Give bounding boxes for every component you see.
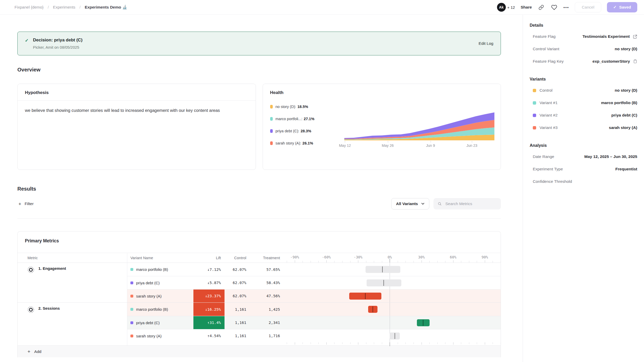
ci-axis-tick [501, 261, 501, 263]
table-header-row: Metric Variant Name Lift Control Treatme… [18, 253, 501, 263]
analysis-value: Frequentist [615, 167, 637, 171]
table-row[interactable]: marco portfolio (B)↓16.25%1,1611,425 [127, 303, 501, 316]
ci-axis-label: 60% [450, 255, 456, 259]
search-metrics-box[interactable] [433, 198, 501, 209]
hypothesis-text: we believe that showing customer stories… [18, 101, 256, 120]
avatar[interactable]: Ak [497, 3, 506, 12]
ci-axis-tick [493, 261, 493, 263]
x-axis-tick [388, 141, 388, 143]
bottom-axis-spacer [18, 342, 127, 345]
ci-mid-tick [395, 333, 395, 339]
control-value: 62.07% [225, 276, 250, 289]
detail-value-text: exp_customerStory [592, 59, 630, 64]
ci-axis-tick [303, 342, 303, 344]
ci-axis-tick [350, 261, 351, 263]
top-bar: Fixpanel {demo} / Experiments / Experime… [0, 0, 644, 15]
ci-axis-tick [469, 261, 469, 263]
add-metric-button[interactable]: + Add [18, 345, 501, 357]
ci-axis-header: -90%-60%-30%0%30%60%90% [284, 253, 501, 263]
variant-left: Variant #1 [533, 100, 558, 105]
ci-axis-tick [453, 260, 453, 263]
treatment-value: 2,341 [250, 316, 284, 329]
variant-color-swatch [533, 101, 536, 105]
breadcrumb-separator: / [48, 5, 49, 10]
favorite-heart-icon[interactable] [550, 4, 558, 11]
metric-label: 2. Sessions [38, 306, 60, 310]
pm-body: 1. Engagementmarco portfolio (B)↓7.12%62… [18, 263, 501, 342]
ci-axis-tick [485, 260, 485, 263]
variant-color-swatch [130, 335, 133, 337]
treatment-value: 58.43% [250, 276, 284, 289]
collaborators[interactable]: Ak + 12 [497, 3, 515, 12]
ci-zero-line [390, 316, 390, 329]
ci-axis-tick [445, 261, 445, 263]
main-content: ✓ Decision: priya debt (C) Picker, Amit … [0, 15, 523, 362]
ci-axis-tick [422, 342, 422, 345]
ci-axis-tick [414, 261, 414, 263]
cancel-button[interactable]: Cancel [575, 2, 601, 12]
ci-axis-tick [358, 342, 358, 345]
variant-color-swatch [130, 281, 133, 284]
breadcrumb-experiments[interactable]: Experiments [53, 5, 75, 10]
variant-row: Variant #2priya debt (C) [530, 109, 637, 121]
all-variants-dropdown[interactable]: All Variants [391, 198, 429, 209]
ci-chart-cell [284, 276, 501, 289]
column-header-lift: Lift [193, 253, 225, 263]
variant-color-swatch [270, 141, 273, 145]
more-options-button[interactable]: ••• [563, 5, 569, 10]
variant-slot-label: Variant #1 [540, 100, 558, 105]
variant-name: priya debt (C) [136, 321, 160, 325]
share-button[interactable]: Share [521, 5, 532, 10]
copy-link-icon[interactable] [537, 4, 545, 11]
ci-axis-label: 90% [481, 255, 488, 259]
variants-heading: Variants [530, 75, 637, 84]
metric-group: 2. Sessionsmarco portfolio (B)↓16.25%1,1… [18, 302, 501, 342]
ci-axis-tick [334, 342, 334, 344]
add-filter-button[interactable]: + Filter [17, 199, 35, 208]
edit-log-button[interactable]: Edit Log [479, 41, 493, 46]
treatment-value: 1,425 [250, 303, 284, 316]
external-link-icon[interactable] [633, 34, 637, 39]
copy-icon[interactable] [633, 59, 637, 63]
detail-row: Feature FlagTestimonials Experiment [530, 30, 637, 43]
legend-item: marco portfoli...:27.1% [270, 117, 344, 121]
control-value: 62.07% [225, 263, 250, 276]
ci-axis-label: 30% [418, 255, 425, 259]
ci-axis-tick [437, 261, 438, 263]
ci-mid-tick [373, 306, 373, 312]
search-icon [438, 201, 442, 206]
table-row[interactable]: sarah story (A)↓23.37%62.07%47.56% [127, 289, 501, 302]
chevron-down-icon [421, 203, 424, 205]
table-row[interactable]: priya debt (C)↓5.87%62.07%58.43% [127, 276, 501, 289]
dropdown-label: All Variants [396, 201, 418, 206]
legend-item: priya debt (C):28.3% [270, 129, 344, 133]
saved-button[interactable]: ✓ Saved [607, 2, 637, 12]
ci-axis-tick [326, 342, 327, 345]
hypothesis-title: Hypothesis [18, 84, 256, 101]
analysis-label: Experiment Type [533, 167, 563, 171]
table-row[interactable]: priya debt (C)↑31.4%1,1612,341 [127, 316, 501, 329]
metric-group: 1. Engagementmarco portfolio (B)↓7.12%62… [18, 263, 501, 302]
variant-cell: marco portfolio (B) [127, 263, 193, 276]
legend-value: 27.1% [304, 117, 314, 121]
table-row[interactable]: marco portfolio (B)↓7.12%62.07%57.65% [127, 263, 501, 276]
legend-label: sarah story (A): [276, 141, 301, 145]
analysis-section: Analysis Date RangeMay 12, 2025 – Jun 30… [530, 142, 637, 188]
table-row[interactable]: sarah story (A)↑4.54%1,1611,716 [127, 329, 501, 342]
breadcrumb-project[interactable]: Fixpanel {demo} [15, 5, 44, 10]
ci-axis-tick [398, 342, 398, 344]
variant-slot-label: Control [540, 88, 552, 93]
variant-name: priya debt (C) [136, 281, 160, 285]
ci-chart-cell [284, 303, 501, 316]
ci-axis-tick [445, 342, 445, 344]
variants-rows: Controlno story (D)Variant #1marco portf… [530, 84, 637, 134]
search-metrics-input[interactable] [445, 201, 497, 206]
decision-title: Decision: priya debt (C) [33, 38, 82, 43]
variant-value-text: marco portfolio (B) [601, 100, 638, 105]
ci-axis-tick [461, 342, 461, 344]
variant-color-swatch [130, 321, 133, 324]
ci-axis-label: -90% [290, 255, 299, 259]
plus-icon: + [27, 349, 30, 354]
variant-value: priya debt (C) [611, 113, 637, 118]
ci-axis-label: -60% [322, 255, 331, 259]
